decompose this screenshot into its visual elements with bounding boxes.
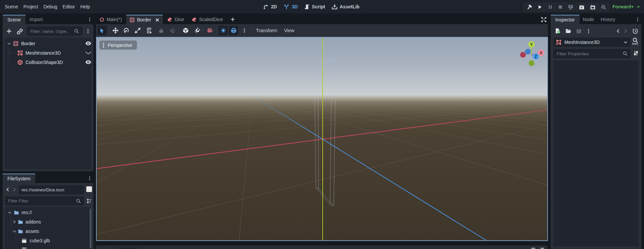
menu-editor[interactable]: Editor [63, 4, 75, 9]
instance-scene-icon[interactable] [17, 28, 23, 35]
chevron-down-icon[interactable] [7, 41, 11, 46]
viewport-grid [97, 96, 547, 240]
filesystem-filter-input[interactable] [5, 196, 84, 205]
bottom-panel[interactable] [95, 245, 548, 249]
file-sort-icon[interactable] [86, 198, 92, 204]
scene-tab-main[interactable]: Main(*) [96, 15, 125, 24]
gizmo-neg-z-ball[interactable] [525, 49, 531, 55]
menu-bar: Scene Project Debug Editor Help [5, 0, 90, 13]
tab-import[interactable]: Import [26, 15, 47, 24]
perspective-menu-button[interactable]: Perspective [99, 41, 137, 50]
menu-project[interactable]: Project [24, 4, 38, 9]
tool-select-button[interactable] [98, 26, 107, 35]
pause-icon[interactable] [548, 5, 553, 9]
tool-scale-button[interactable] [133, 26, 142, 35]
visibility-hidden-icon[interactable] [85, 51, 91, 55]
scene-dock-menu-icon[interactable] [87, 17, 92, 22]
fs-row-cube3glb[interactable]: cube3.glb [5, 236, 91, 245]
fs-row-partial[interactable] [5, 245, 91, 249]
menu-scene[interactable]: Scene [5, 4, 18, 9]
ungroup-selected-icon[interactable] [168, 26, 177, 35]
filesystem-tree: res:// addons assets cube3.glb [5, 207, 91, 249]
movie-maker-icon[interactable] [601, 4, 606, 10]
inspector-dock: Inspector Node History MeshInstance3D DO… [551, 15, 641, 249]
filesystem-scrollbar[interactable] [90, 208, 91, 248]
bottom-panel-pin-icon[interactable] [541, 248, 544, 249]
node-selector[interactable]: MeshInstance3D [553, 38, 631, 47]
open-documentation-icon[interactable]: DOC [632, 38, 638, 45]
tool-select-list-button[interactable] [145, 26, 154, 35]
workspace-3d[interactable]: 3D [283, 4, 298, 10]
output-button[interactable] [118, 247, 138, 249]
save-resource-icon[interactable] [576, 28, 582, 34]
history-back-icon[interactable] [5, 187, 10, 192]
resource-menu-icon[interactable] [586, 28, 591, 34]
visibility-visible-icon[interactable] [85, 60, 91, 65]
scene-tab-scaleddice[interactable]: ScaledDice [188, 15, 226, 24]
current-path-field[interactable] [19, 185, 84, 194]
tab-inspector[interactable]: Inspector [551, 15, 580, 24]
preview-camera-icon[interactable] [205, 26, 214, 35]
tree-row-meshinstance3d[interactable]: MeshInstance3D [5, 48, 91, 58]
scene-tab-border[interactable]: Border [126, 15, 163, 24]
scene-tree-menu-icon[interactable] [86, 28, 90, 34]
tool-rotate-button[interactable] [122, 26, 131, 35]
gizmo-neg-y-ball[interactable] [529, 60, 535, 66]
gizmo-neg-x-ball[interactable] [520, 52, 526, 58]
tab-node[interactable]: Node [580, 15, 597, 24]
tree-row-border[interactable]: Border [5, 39, 91, 48]
stop-icon[interactable] [558, 5, 563, 9]
tool-move-button[interactable] [111, 26, 120, 35]
workspace-2d[interactable]: 2D [263, 4, 277, 10]
new-resource-icon[interactable] [555, 28, 560, 34]
play-current-scene-icon[interactable] [579, 4, 585, 10]
tab-scene[interactable]: Scene [3, 15, 26, 24]
history-forward-icon[interactable] [623, 28, 628, 34]
expand-viewport-icon[interactable] [541, 17, 547, 22]
tree-row-collisionshape3d[interactable]: CollisionShape3D [5, 58, 91, 67]
lock-selected-icon[interactable] [156, 26, 166, 35]
scene-tab-dice[interactable]: Dice [164, 15, 187, 24]
play-remote-icon[interactable] [568, 4, 573, 10]
add-node-icon[interactable] [6, 28, 12, 34]
menu-help[interactable]: Help [80, 4, 90, 9]
rigidbody3d-icon [167, 17, 172, 22]
renderer-selector[interactable]: Forward+ [612, 0, 640, 13]
rigidbody3d-icon [192, 17, 197, 22]
3d-icon [283, 4, 289, 10]
close-icon[interactable] [155, 18, 159, 22]
filesystem-dock-menu-icon[interactable] [87, 176, 92, 181]
workspace-script[interactable]: Script [304, 4, 325, 10]
add-scene-tab-icon[interactable] [230, 17, 235, 22]
view-gizmo[interactable]: Y Z X [520, 41, 544, 66]
tab-filesystem[interactable]: FileSystem [3, 174, 35, 183]
workspace-assetlib[interactable]: AssetLib [332, 4, 360, 10]
menu-debug[interactable]: Debug [43, 4, 57, 9]
tab-history[interactable]: History [597, 15, 619, 24]
inspector-dock-menu-icon[interactable] [635, 17, 640, 22]
load-resource-icon[interactable] [565, 28, 571, 34]
remote-debug-icon[interactable] [526, 4, 532, 10]
play-custom-scene-icon[interactable] [590, 4, 596, 10]
toggle-split-mode-icon[interactable] [86, 186, 92, 192]
view-menu[interactable]: View [284, 28, 294, 33]
inspector-filter-input[interactable] [553, 49, 631, 58]
view-menu-dots-icon[interactable] [242, 28, 247, 33]
transform-menu[interactable]: Transform [256, 28, 277, 33]
visibility-visible-icon[interactable] [85, 41, 91, 46]
history-forward-icon[interactable] [12, 187, 17, 192]
node3d-border-icon [13, 41, 18, 46]
viewport-3d[interactable]: Y Z X Perspective [96, 37, 548, 241]
expand-bottom-panel-icon[interactable] [531, 248, 535, 249]
axis-x-line [97, 110, 547, 169]
preview-environment-button[interactable] [229, 26, 238, 35]
play-icon[interactable] [537, 4, 543, 10]
filter-tune-icon[interactable] [633, 50, 639, 56]
snap-icon[interactable] [193, 26, 202, 35]
playback-controls [523, 2, 610, 12]
object-history-icon[interactable] [632, 28, 638, 34]
workspace-switcher: 2D 3D Script AssetLib [263, 0, 360, 13]
history-back-icon[interactable] [616, 28, 620, 34]
ruler-mode-icon[interactable] [181, 26, 190, 35]
preview-sun-button[interactable] [219, 26, 228, 35]
